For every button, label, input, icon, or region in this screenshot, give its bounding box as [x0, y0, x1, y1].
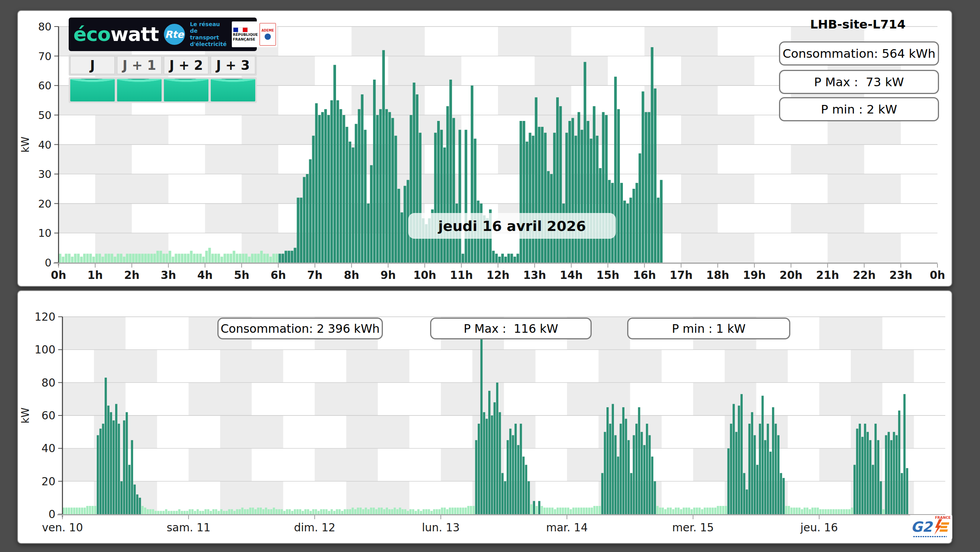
svg-text:3h: 3h [161, 269, 176, 282]
svg-text:70: 70 [38, 50, 52, 62]
ecowatt-tile-j[interactable] [70, 79, 115, 101]
svg-text:17h: 17h [670, 269, 693, 282]
day-button-j2[interactable]: J + 2 [164, 56, 208, 74]
ecowatt-tile-j3[interactable] [211, 79, 255, 101]
svg-text:8h: 8h [344, 269, 359, 282]
svg-text:10: 10 [38, 227, 52, 239]
svg-text:19h: 19h [743, 269, 766, 282]
svg-text:6h: 6h [270, 269, 286, 282]
svg-text:4h: 4h [197, 269, 213, 282]
forecast-day-buttons: J J + 1 J + 2 J + 3 [69, 55, 257, 76]
svg-text:10h: 10h [413, 269, 436, 282]
svg-text:20h: 20h [779, 269, 802, 282]
svg-text:0h: 0h [51, 269, 66, 282]
svg-text:kW: kW [20, 408, 31, 424]
svg-text:5h: 5h [234, 269, 249, 282]
svg-text:21h: 21h [816, 269, 839, 282]
ecowatt-tile-j2[interactable] [164, 79, 208, 101]
svg-text:40: 40 [41, 442, 55, 455]
svg-text:80: 80 [41, 376, 55, 389]
svg-text:0: 0 [45, 257, 52, 269]
svg-text:20: 20 [38, 198, 52, 210]
republique-francaise-logo: RÉPUBLIQUE FRANÇAISE ADEME [232, 21, 277, 47]
svg-text:dim. 12: dim. 12 [294, 521, 335, 534]
svg-text:120: 120 [35, 311, 55, 323]
svg-text:18h: 18h [706, 269, 729, 282]
g2e-france-text: FRANCE [935, 516, 951, 520]
svg-text:jeu. 16: jeu. 16 [800, 521, 838, 534]
g2e-wordmark: G2 [911, 520, 932, 534]
ecowatt-eco-text: éco [73, 23, 110, 46]
svg-text:11h: 11h [450, 269, 473, 282]
svg-text:60: 60 [38, 80, 52, 92]
rte-logo-icon: Rte [164, 24, 185, 45]
daily-pmax-badge: P Max : 73 kW [779, 70, 939, 94]
ademe-logo: ADEME [260, 23, 276, 46]
site-title: LHB-site-L714 [777, 17, 938, 31]
svg-text:0h: 0h [930, 269, 945, 282]
svg-text:22h: 22h [853, 269, 876, 282]
svg-text:80: 80 [38, 21, 52, 33]
ecowatt-logo: écowatt Rte Le réseau de transport d'éle… [69, 18, 257, 51]
daily-pmin-badge: P min : 2 kW [779, 97, 939, 121]
rte-tagline: Le réseau de transport d'électricité [190, 21, 227, 47]
svg-text:30: 30 [38, 168, 52, 180]
ademe-globe-icon [265, 34, 271, 40]
svg-text:1h: 1h [87, 269, 103, 282]
svg-text:23h: 23h [889, 269, 912, 282]
weekly-pmax-badge: P Max : 116 kW [430, 318, 592, 339]
weekly-consumption-badge: Consommation: 2 396 kWh [217, 318, 383, 339]
day-button-j3[interactable]: J + 3 [211, 56, 255, 74]
svg-text:7h: 7h [307, 269, 322, 282]
french-flag-icon [233, 27, 248, 32]
svg-text:20: 20 [41, 475, 55, 488]
svg-text:2h: 2h [124, 269, 139, 282]
svg-text:14h: 14h [560, 269, 583, 282]
daily-consumption-badge: Consommation: 564 kWh [779, 41, 939, 66]
svg-text:40: 40 [38, 139, 52, 151]
svg-text:15h: 15h [596, 269, 619, 282]
ecowatt-wordmark: écowatt [73, 25, 159, 44]
ecowatt-status-tiles [69, 77, 257, 103]
svg-text:13h: 13h [523, 269, 546, 282]
day-button-j1[interactable]: J + 1 [117, 56, 162, 74]
selected-date-label: jeudi 16 avril 2026 [408, 213, 616, 239]
svg-text:ven. 10: ven. 10 [42, 521, 83, 534]
g2e-logo: G2 FRANCE [909, 515, 952, 539]
svg-text:12h: 12h [487, 269, 510, 282]
g2e-tagline-text [913, 536, 947, 537]
svg-text:sam. 11: sam. 11 [167, 521, 210, 534]
svg-text:60: 60 [41, 409, 55, 422]
svg-text:0: 0 [48, 508, 55, 521]
svg-text:mer. 15: mer. 15 [672, 521, 714, 534]
svg-text:100: 100 [35, 343, 55, 356]
weekly-pmin-badge: P min : 1 kW [627, 318, 790, 339]
svg-text:kW: kW [20, 137, 31, 153]
day-button-j[interactable]: J [70, 56, 115, 74]
svg-text:mar. 14: mar. 14 [546, 521, 588, 534]
g2e-bolt-icon [933, 519, 951, 535]
svg-text:50: 50 [38, 109, 52, 121]
svg-text:9h: 9h [381, 269, 396, 282]
svg-text:lun. 13: lun. 13 [422, 521, 460, 534]
svg-text:16h: 16h [633, 269, 656, 282]
ecowatt-watt-text: watt [110, 23, 159, 46]
ecowatt-tile-j1[interactable] [117, 79, 162, 101]
